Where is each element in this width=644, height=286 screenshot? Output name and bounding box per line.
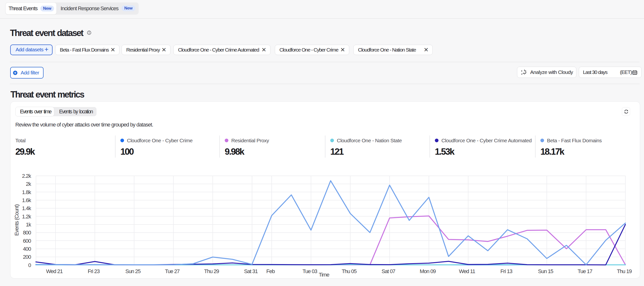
- svg-text:600: 600: [23, 238, 31, 244]
- svg-text:1.8k: 1.8k: [22, 189, 32, 195]
- svg-text:Time: Time: [319, 272, 330, 278]
- svg-text:Sat 07: Sat 07: [382, 268, 396, 274]
- svg-text:Mon 09: Mon 09: [420, 268, 436, 274]
- svg-text:Wed 21: Wed 21: [46, 268, 63, 274]
- svg-text:1k: 1k: [26, 222, 31, 228]
- svg-text:200: 200: [23, 254, 31, 260]
- svg-text:Tue 03: Tue 03: [302, 268, 318, 274]
- svg-text:800: 800: [23, 230, 31, 236]
- svg-text:2k: 2k: [26, 181, 31, 187]
- svg-text:Tue 17: Tue 17: [578, 268, 592, 274]
- svg-text:Thu 05: Thu 05: [342, 268, 357, 274]
- svg-text:Tue 27: Tue 27: [165, 268, 180, 274]
- svg-text:Sun 15: Sun 15: [538, 268, 553, 274]
- svg-text:1.4k: 1.4k: [22, 205, 32, 211]
- svg-text:Thu 29: Thu 29: [204, 268, 219, 274]
- svg-text:0: 0: [28, 262, 31, 268]
- svg-text:Events (Count): Events (Count): [14, 204, 20, 236]
- svg-text:Thu 19: Thu 19: [617, 268, 632, 274]
- svg-text:Sun 25: Sun 25: [126, 268, 141, 274]
- svg-text:2.2k: 2.2k: [22, 173, 32, 179]
- svg-text:Fri 13: Fri 13: [500, 268, 512, 274]
- svg-text:1.2k: 1.2k: [22, 214, 32, 220]
- svg-text:Fri 23: Fri 23: [88, 268, 100, 274]
- svg-text:Sat 31: Sat 31: [244, 268, 258, 274]
- svg-text:Feb: Feb: [266, 268, 275, 274]
- svg-text:400: 400: [23, 246, 31, 252]
- svg-text:Wed 11: Wed 11: [459, 268, 475, 274]
- svg-text:1.6k: 1.6k: [22, 197, 32, 203]
